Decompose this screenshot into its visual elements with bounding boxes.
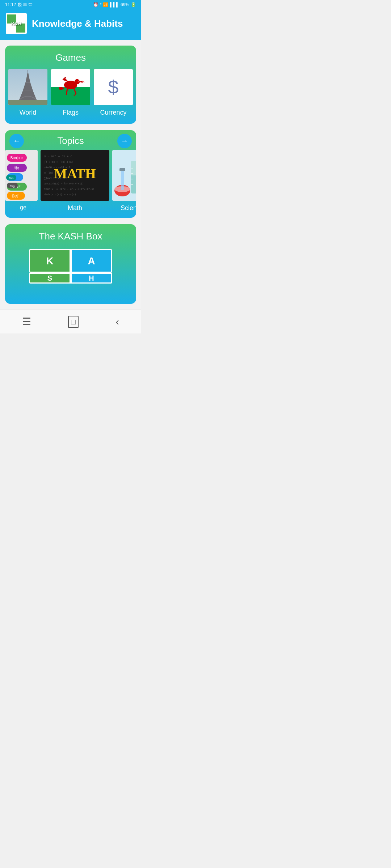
battery: 69% xyxy=(121,2,129,7)
svg-text:∫f(x)dx = F(b)-F(a): ∫f(x)dx = F(b)-F(a) xyxy=(44,160,73,163)
message-icon: ✉ xyxy=(23,2,27,7)
games-card: Games xyxy=(5,46,136,124)
kash-title: The KASH Box xyxy=(11,231,130,242)
svg-text:MATH: MATH xyxy=(54,166,96,181)
language-label: ge xyxy=(20,204,26,211)
topics-scroll: Bonjour हिंद ··· नमस्ते 你好 Tag xyxy=(5,150,136,218)
topics-title: Topics xyxy=(57,135,84,146)
game-item-flags[interactable]: Flags xyxy=(51,69,90,116)
svg-text:你好: 你好 xyxy=(12,194,19,198)
science-image xyxy=(112,150,136,201)
kash-card: The KASH Box K A S H xyxy=(5,224,136,304)
svg-text:arcsinh(x) = ln(x+√(x²+1)): arcsinh(x) = ln(x+√(x²+1)) xyxy=(44,182,84,185)
svg-rect-9 xyxy=(51,87,90,105)
kash-s-button[interactable]: S xyxy=(29,273,71,284)
world-image xyxy=(8,69,47,105)
svg-rect-45 xyxy=(121,170,124,190)
battery-icon: 🔋 xyxy=(131,2,136,7)
kash-a-button[interactable]: A xyxy=(71,249,112,273)
currency-image: $ xyxy=(94,69,133,105)
svg-text:Tag: Tag xyxy=(10,184,15,188)
kash-buttons-row2: S H xyxy=(29,273,112,284)
svg-point-13 xyxy=(78,81,79,81)
bluetooth-icon: * xyxy=(100,2,102,7)
page-title: Knowledge & Habits xyxy=(32,18,123,29)
topics-card: ← Topics → Bonjour हिंद xyxy=(5,130,136,218)
alarm-icon: ⏰ xyxy=(93,2,98,7)
game-item-currency[interactable]: $ Currency xyxy=(94,69,133,116)
kash-h-button[interactable]: H xyxy=(71,273,112,284)
currency-label: Currency xyxy=(100,109,126,116)
games-grid: World xyxy=(11,69,130,116)
svg-text:tanh(x) = (e^x - e^-x)/(e^x+e^: tanh(x) = (e^x - e^-x)/(e^x+e^-x) xyxy=(44,188,94,191)
svg-text:Tao: Tao xyxy=(9,176,14,180)
language-image: Bonjour हिंद ··· नमस्ते 你好 Tag xyxy=(5,150,38,201)
nav-menu-icon[interactable]: ☰ xyxy=(15,314,38,329)
signal-icon: ▌▌▌ xyxy=(110,2,119,7)
flags-image xyxy=(51,69,90,105)
status-bar: 11:12 🖼 ✉ 🛡 ⏰ * 📶 ▌▌▌ 69% 🔋 xyxy=(0,0,141,9)
svg-rect-1 xyxy=(8,100,47,105)
shield-icon: 🛡 xyxy=(28,2,33,7)
svg-rect-46 xyxy=(119,168,125,171)
topics-prev-button[interactable]: ← xyxy=(9,134,24,148)
flags-label: Flags xyxy=(63,109,79,116)
svg-text:y = ax² + bx + c: y = ax² + bx + c xyxy=(44,155,72,158)
nav-back-icon[interactable]: ‹ xyxy=(109,315,126,329)
bottom-nav: ☰ □ ‹ xyxy=(0,310,141,333)
science-label: Science xyxy=(121,204,136,212)
logo-text: K&H xyxy=(11,21,21,26)
svg-text:हिंद: हिंद xyxy=(14,166,19,170)
kash-buttons-row1: K A xyxy=(29,249,112,273)
topic-item-science[interactable]: Science xyxy=(112,150,136,212)
game-item-world[interactable]: World xyxy=(8,69,47,116)
kash-buttons-container: K A S H xyxy=(11,249,130,284)
math-label: Math xyxy=(68,204,82,212)
app-header: K&H Knowledge & Habits xyxy=(0,9,141,40)
games-title: Games xyxy=(11,52,130,63)
currency-symbol-icon: $ xyxy=(94,69,133,105)
svg-text:Bonjour: Bonjour xyxy=(10,156,23,160)
math-image: y = ax² + bx + c ∫f(x)dx = F(b)-F(a) sin… xyxy=(41,150,109,201)
status-right: ⏰ * 📶 ▌▌▌ 69% 🔋 xyxy=(93,2,136,7)
world-label: World xyxy=(20,109,37,116)
topic-item-math[interactable]: y = ax² + bx + c ∫f(x)dx = F(b)-F(a) sin… xyxy=(41,150,109,212)
topic-item-language[interactable]: Bonjour हिंद ··· नमस्ते 你好 Tag xyxy=(5,150,38,212)
time: 11:12 xyxy=(5,2,16,7)
status-left: 11:12 🖼 ✉ 🛡 xyxy=(5,2,33,7)
svg-text:d/dx[sin(x)] = cos(x): d/dx[sin(x)] = cos(x) xyxy=(44,193,76,196)
main-content: Games xyxy=(0,40,141,310)
kash-k-button[interactable]: K xyxy=(29,249,71,273)
topics-header: ← Topics → xyxy=(5,130,136,150)
wifi-icon: 📶 xyxy=(103,2,108,7)
app-logo: K&H xyxy=(6,13,27,34)
photo-icon: 🖼 xyxy=(17,2,22,7)
nav-home-icon[interactable]: □ xyxy=(68,316,79,328)
topics-next-button[interactable]: → xyxy=(117,134,132,148)
